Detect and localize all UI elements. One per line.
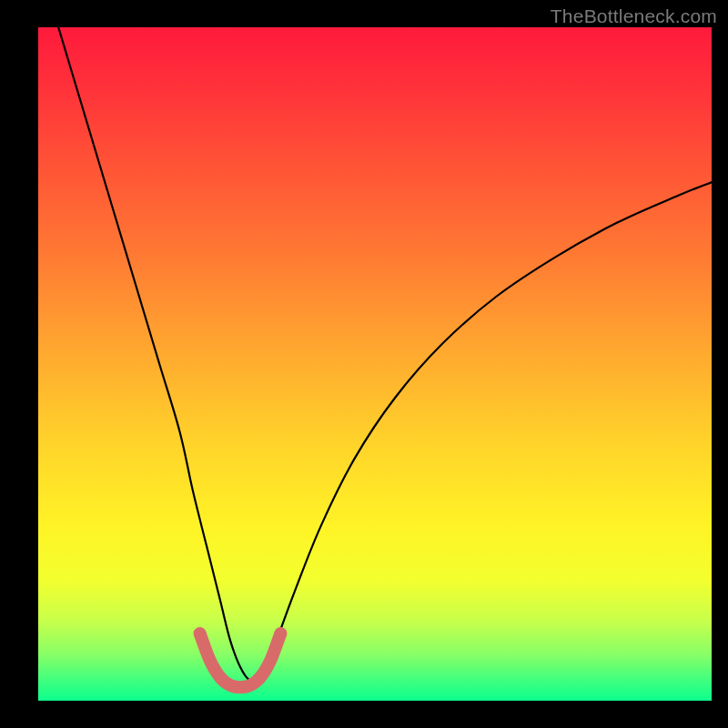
plot-area [38, 27, 712, 701]
chart-frame: TheBottleneck.com [0, 0, 728, 728]
curve-layer [38, 27, 712, 701]
watermark-text: TheBottleneck.com [551, 5, 717, 27]
highlight-segment [200, 633, 281, 687]
bottleneck-curve [58, 27, 712, 681]
